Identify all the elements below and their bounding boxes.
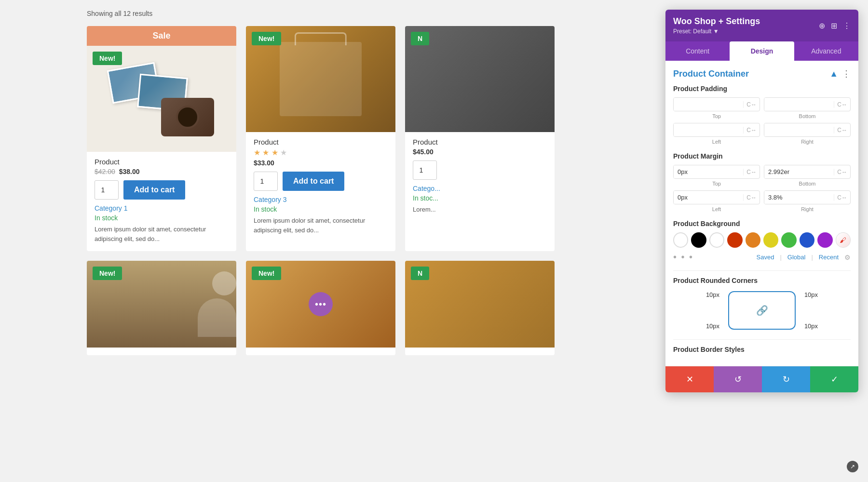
section-more-btn[interactable]: ⋮: [842, 68, 851, 79]
qty-input-1[interactable]: [95, 180, 119, 200]
new-badge-2: New!: [252, 32, 281, 45]
resize-handle[interactable]: ↗: [847, 461, 858, 472]
qty-input-3[interactable]: [413, 161, 437, 180]
star-2: ★: [262, 148, 269, 157]
purple-circle: •••: [309, 292, 333, 316]
padding-top-label: Top: [712, 113, 721, 119]
resize-icon: ↗: [850, 463, 855, 470]
product-container-header: Product Container ▲ ⋮: [673, 68, 851, 79]
color-swatch-white[interactable]: [673, 232, 688, 248]
save-button[interactable]: ✓: [810, 366, 858, 392]
link-icon[interactable]: 🔗: [756, 305, 768, 316]
corner-top-left-value: 10px: [703, 291, 722, 298]
qty-input-2[interactable]: [254, 172, 278, 191]
margin-top-link-icon: C↔: [743, 169, 760, 175]
product-price-3: $45.00: [413, 148, 547, 156]
product-card-2: New! Product ★ ★ ★ ★ $33.00: [246, 26, 395, 251]
padding-left-link-icon: C↔: [743, 127, 760, 134]
tab-content[interactable]: Content: [665, 41, 730, 61]
color-swatch-black[interactable]: [691, 232, 706, 248]
padding-right-input-row: C↔: [764, 123, 851, 137]
padding-right-input[interactable]: [764, 123, 834, 136]
add-to-cart-btn-2[interactable]: Add to cart: [283, 172, 344, 191]
color-swatch-red[interactable]: [727, 232, 742, 248]
person-head: [212, 271, 236, 295]
grid-icon[interactable]: ⊞: [831, 21, 837, 30]
margin-grid: C↔ Top C↔ Bottom C↔ Left: [673, 165, 851, 212]
photo-stack: [109, 56, 214, 141]
color-tab-recent[interactable]: Recent: [819, 254, 839, 261]
section-header-actions: ▲ ⋮: [829, 68, 851, 79]
product-image-3: N: [405, 26, 555, 132]
category-link-1[interactable]: Category 1: [87, 204, 236, 212]
color-tab-global[interactable]: Global: [787, 254, 806, 261]
add-to-cart-row-3: [405, 161, 555, 180]
collapse-btn[interactable]: ▲: [829, 69, 838, 79]
price-old-1: $42.00: [95, 168, 115, 175]
star-3: ★: [271, 148, 278, 157]
corners-left: 10px 10px: [703, 291, 722, 330]
padding-left-field: C↔ Left: [673, 123, 760, 145]
product-container-title: Product Container: [673, 69, 749, 79]
panel-preset: Preset: Default ▼: [673, 28, 760, 35]
undo-button[interactable]: ↺: [714, 366, 762, 392]
margin-right-input[interactable]: [764, 191, 834, 204]
border-styles-section: Product Border Styles: [673, 346, 851, 353]
color-swatches: 🖌: [673, 232, 851, 248]
color-swatch-white2[interactable]: [709, 232, 724, 248]
new-badge-5: New!: [252, 267, 281, 280]
redo-button[interactable]: ↻: [762, 366, 810, 392]
panel-footer: ✕ ↺ ↻ ✓: [665, 366, 858, 392]
product-desc-3: Lorem...: [405, 205, 555, 214]
padding-right-label: Right: [801, 139, 814, 145]
color-swatch-orange[interactable]: [746, 232, 760, 248]
add-to-cart-btn-1[interactable]: Add to cart: [123, 180, 185, 200]
margin-bottom-label: Bottom: [799, 181, 816, 187]
margin-right-label: Right: [801, 206, 814, 212]
product-price-2: $33.00: [254, 159, 388, 167]
product-card-3: N Product $45.00 Catego... In stoc... Lo…: [405, 26, 555, 251]
category-link-2[interactable]: Category 3: [246, 196, 395, 203]
padding-bottom-input[interactable]: [764, 98, 834, 111]
target-icon[interactable]: ⊕: [819, 21, 825, 30]
in-stock-1: In stock: [87, 214, 236, 222]
padding-top-input[interactable]: [674, 98, 743, 111]
panel-header-icons: ⊕ ⊞ ⋮: [819, 21, 851, 30]
three-dots-icon: •••: [315, 299, 326, 310]
product-image-4: New!: [87, 261, 236, 348]
color-swatch-yellow[interactable]: [763, 232, 778, 248]
divider-1: [673, 270, 851, 271]
tab-advanced[interactable]: Advanced: [794, 41, 858, 61]
color-paint-icon[interactable]: 🖌: [836, 232, 851, 248]
margin-bottom-input[interactable]: [764, 165, 834, 178]
product-price-1: $42.00 $38.00: [95, 168, 229, 175]
product-card-inner-3: N Product $45.00 Catego... In stoc... Lo…: [405, 26, 555, 222]
margin-top-input[interactable]: [674, 165, 743, 178]
margin-left-input-row: C↔: [673, 190, 760, 204]
stars-2: ★ ★ ★ ★: [254, 148, 388, 157]
color-tab-saved[interactable]: Saved: [757, 254, 774, 261]
padding-left-input[interactable]: [674, 123, 743, 136]
category-link-3[interactable]: Catego...: [405, 185, 555, 192]
more-colors-btn[interactable]: • • •: [673, 252, 693, 263]
new-badge-4: New!: [93, 267, 122, 280]
rounded-corners-section: Product Rounded Corners 10px 10px 🔗 10px…: [673, 277, 851, 332]
padding-bottom-label: Bottom: [799, 113, 816, 119]
more-options-icon[interactable]: ⋮: [843, 21, 851, 30]
padding-section-title: Product Padding: [673, 85, 851, 93]
margin-left-input[interactable]: [674, 191, 743, 204]
color-swatch-blue[interactable]: [800, 232, 814, 248]
color-swatch-purple[interactable]: [817, 232, 832, 248]
product-card-inner-6: N: [405, 261, 555, 355]
product-desc-2: Lorem ipsum dolor sit amet, consectetur …: [246, 216, 395, 235]
tab-design[interactable]: Design: [730, 41, 794, 61]
padding-bottom-field: C↔ Bottom: [764, 97, 851, 119]
color-settings-icon[interactable]: ⚙: [844, 254, 851, 261]
panel-header: Woo Shop + Settings Preset: Default ▼ ⊕ …: [665, 10, 858, 41]
cancel-button[interactable]: ✕: [665, 366, 714, 392]
corners-layout: 10px 10px 🔗 10px 10px: [673, 289, 851, 332]
margin-top-input-row: C↔: [673, 165, 760, 179]
padding-top-input-row: C↔: [673, 97, 760, 111]
color-swatch-green[interactable]: [781, 232, 796, 248]
product-image-1: New!: [87, 46, 236, 152]
